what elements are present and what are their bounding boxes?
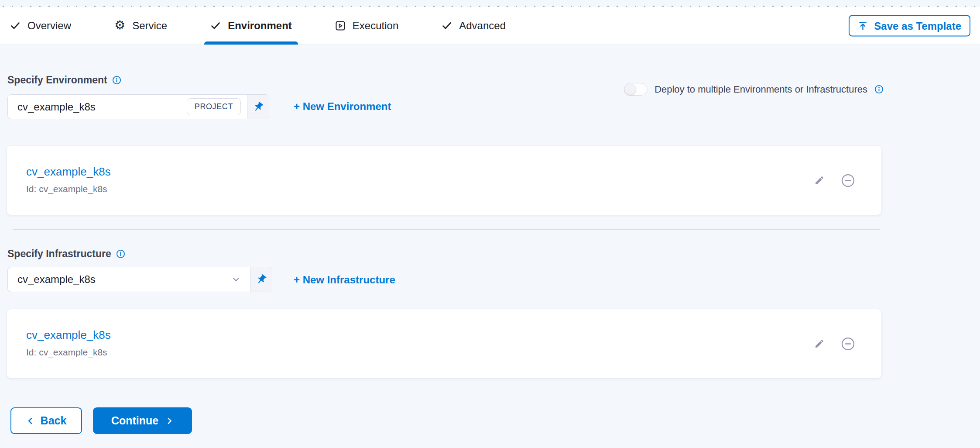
multi-deploy-toggle-label: Deploy to multiple Environments or Infra… — [654, 84, 867, 95]
tab-advanced[interactable]: Advanced — [442, 7, 506, 45]
pipeline-canvas-strip — [0, 0, 980, 7]
tab-environment[interactable]: Environment — [210, 7, 292, 45]
edit-infrastructure-button[interactable] — [814, 338, 825, 349]
pin-icon — [253, 101, 264, 113]
info-icon[interactable] — [112, 76, 121, 85]
environment-card-title-link[interactable]: cv_example_k8s — [26, 165, 111, 179]
chevron-down-icon — [231, 274, 244, 285]
scope-badge: PROJECT — [187, 98, 241, 115]
tab-label: Execution — [353, 20, 398, 32]
upload-icon — [858, 21, 868, 31]
check-icon — [10, 21, 21, 31]
remove-environment-button[interactable] — [840, 173, 856, 188]
tab-label: Service — [132, 20, 167, 32]
new-environment-link[interactable]: + New Environment — [294, 100, 391, 113]
info-icon[interactable] — [874, 85, 884, 94]
specify-infrastructure-label: Specify Infrastructure — [7, 248, 125, 260]
stage-tabbar: Overview ⚙ Service Environment Execution — [0, 7, 980, 45]
new-infrastructure-link[interactable]: + New Infrastructure — [294, 274, 395, 286]
environment-card: cv_example_k8s Id: cv_example_k8s — [7, 146, 881, 215]
infrastructure-selected-value: cv_example_k8s — [17, 273, 96, 286]
remove-infrastructure-button[interactable] — [840, 336, 856, 352]
tab-label: Advanced — [459, 20, 506, 32]
info-icon[interactable] — [116, 249, 125, 258]
minus-circle-icon — [840, 173, 856, 188]
tab-label: Overview — [27, 20, 71, 32]
multi-deploy-toggle-row: Deploy to multiple Environments or Infra… — [624, 83, 884, 96]
chevron-right-icon — [165, 417, 174, 425]
tab-label: Environment — [228, 20, 292, 32]
infrastructure-select-field[interactable]: cv_example_k8s — [7, 267, 272, 292]
environment-card-id: Id: cv_example_k8s — [26, 184, 881, 194]
infrastructure-card-id: Id: cv_example_k8s — [26, 347, 881, 358]
infrastructure-card-actions — [814, 309, 856, 378]
infrastructure-card-title-link[interactable]: cv_example_k8s — [26, 328, 111, 342]
infrastructure-pin-button[interactable] — [250, 267, 272, 292]
environment-card-actions — [814, 146, 856, 215]
check-icon — [210, 21, 221, 31]
save-as-template-label: Save as Template — [874, 20, 961, 32]
environment-select-field: PROJECT — [7, 94, 269, 119]
gear-icon: ⚙ — [114, 19, 125, 31]
specify-environment-label: Specify Environment — [7, 74, 121, 86]
edit-environment-button[interactable] — [814, 175, 825, 186]
pencil-icon — [814, 338, 825, 349]
toggle-knob — [625, 84, 636, 95]
infrastructure-card: cv_example_k8s Id: cv_example_k8s — [7, 309, 881, 378]
multi-deploy-toggle[interactable] — [624, 83, 648, 96]
chevron-left-icon — [26, 417, 35, 425]
back-button[interactable]: Back — [10, 407, 82, 434]
tab-execution[interactable]: Execution — [335, 7, 398, 45]
environment-input[interactable] — [17, 101, 187, 113]
environment-pin-button[interactable] — [247, 95, 269, 119]
stage-tabs: Overview ⚙ Service Environment Execution — [10, 7, 980, 45]
tab-overview[interactable]: Overview — [10, 7, 71, 45]
continue-label: Continue — [111, 414, 158, 427]
tab-service[interactable]: ⚙ Service — [114, 7, 167, 45]
environment-stage-page: Overview ⚙ Service Environment Execution — [0, 0, 980, 448]
section-divider — [13, 229, 880, 230]
continue-button[interactable]: Continue — [93, 407, 192, 434]
check-icon — [442, 21, 452, 31]
minus-circle-icon — [840, 336, 856, 352]
play-box-icon — [335, 21, 346, 31]
pin-icon — [256, 274, 267, 285]
back-label: Back — [41, 414, 67, 427]
save-as-template-button[interactable]: Save as Template — [849, 15, 970, 37]
pencil-icon — [814, 175, 825, 186]
environment-input-wrap: PROJECT — [8, 95, 247, 119]
